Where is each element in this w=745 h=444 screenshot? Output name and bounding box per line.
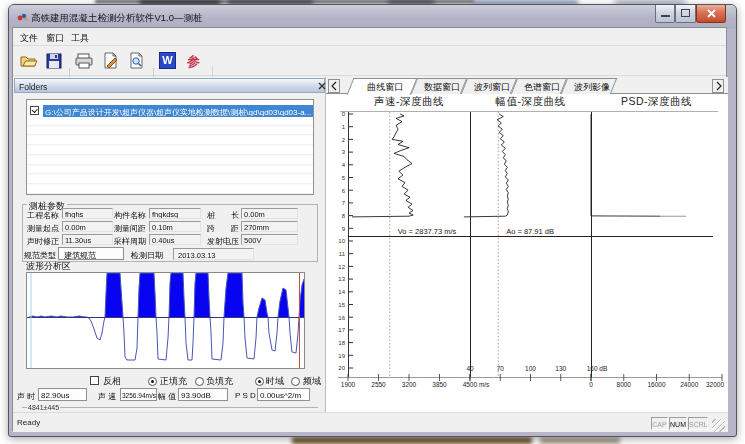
depth-tick-label: 12 bbox=[338, 264, 345, 270]
psd-field[interactable]: 0.00us^2/m bbox=[257, 388, 310, 401]
folders-close-icon[interactable] bbox=[318, 82, 326, 90]
app-window: 高铁建用混凝土检测分析软件V1.0—测桩 文件 窗口 工具 W 参 bbox=[8, 4, 737, 437]
tab-wavetrain[interactable]: 波列窗口 bbox=[461, 78, 517, 94]
status-text: Ready bbox=[17, 418, 40, 427]
depth-tick-label: 5 bbox=[342, 175, 346, 181]
waveform-plot bbox=[27, 273, 304, 368]
x-tick-label: 70 bbox=[497, 365, 505, 372]
freq-domain-radio[interactable] bbox=[291, 377, 300, 386]
x-tick-label: 130 bbox=[555, 365, 566, 372]
depth-tick-label: 10 bbox=[338, 238, 345, 244]
param-label: 构件名称 bbox=[114, 210, 146, 221]
file-listbox[interactable]: G:\公司产品设计开发\超声仪器\超声仪实地检测数据\测桩\qd\qd03\qd… bbox=[26, 99, 314, 195]
sound-speed-field[interactable]: 3256.94m/s bbox=[120, 388, 157, 401]
waveform-area-label: 波形分析区 bbox=[26, 260, 71, 272]
depth-tick-label: 13 bbox=[338, 276, 345, 282]
open-file-icon[interactable] bbox=[20, 53, 38, 69]
depth-curves-chart: 01234567891011121314151617181920声速-深度曲线1… bbox=[326, 94, 728, 412]
tab-scroll-right[interactable] bbox=[712, 79, 724, 93]
param-field[interactable]: 0.00m bbox=[241, 208, 298, 219]
param-field[interactable]: fhgkdsg bbox=[149, 208, 201, 219]
depth-tick-label: 18 bbox=[338, 340, 345, 346]
toolbar: W 参 bbox=[13, 46, 726, 76]
param-field[interactable]: 0.00m bbox=[62, 221, 113, 232]
file-item-row[interactable]: G:\公司产品设计开发\超声仪器\超声仪实地检测数据\测桩\qd\qd03\qd… bbox=[29, 105, 313, 117]
print-preview-icon[interactable] bbox=[128, 52, 145, 69]
minimize-button[interactable] bbox=[655, 5, 675, 23]
param-label: 测量间距 bbox=[114, 223, 146, 234]
close-button[interactable] bbox=[696, 5, 726, 23]
param-field[interactable]: 0.10m bbox=[149, 221, 201, 232]
depth-tick-label: 1 bbox=[342, 124, 346, 130]
param-label: 工程名称 bbox=[27, 210, 59, 221]
depth-tick-label: 9 bbox=[342, 226, 346, 232]
sound-speed-label: 声 速 bbox=[98, 391, 116, 402]
depth-tick-label: 20 bbox=[338, 365, 345, 371]
maximize-button[interactable] bbox=[675, 5, 696, 23]
invert-checkbox[interactable] bbox=[90, 376, 99, 385]
neg-fill-label: 负填充 bbox=[206, 375, 233, 387]
neg-fill-radio[interactable] bbox=[195, 377, 204, 386]
waveform-box bbox=[26, 272, 305, 369]
param-label: 采样周期 bbox=[114, 236, 146, 247]
tab-curve[interactable]: 曲线窗口 bbox=[347, 78, 418, 95]
time-domain-label: 时域 bbox=[266, 375, 284, 387]
menu-window[interactable]: 窗口 bbox=[46, 32, 64, 44]
depth-tick-label: 17 bbox=[338, 327, 345, 333]
chart-title: 声速-深度曲线 bbox=[374, 95, 444, 107]
x-tick-label: 24000 bbox=[680, 381, 698, 388]
tab-scroll-left[interactable] bbox=[328, 79, 340, 93]
tab-spectrum[interactable]: 色谱窗口 bbox=[511, 78, 567, 94]
print-icon[interactable] bbox=[75, 53, 93, 69]
chart-title: PSD-深度曲线 bbox=[621, 95, 692, 107]
tab-waveimage[interactable]: 波列影像 bbox=[561, 78, 617, 94]
param-label: 规范类型 bbox=[24, 250, 56, 261]
param-combo[interactable]: 建筑规范 bbox=[58, 247, 124, 260]
data-curve bbox=[591, 114, 660, 216]
x-tick-label: 8000 bbox=[617, 381, 632, 388]
depth-tick-label: 8 bbox=[342, 213, 346, 219]
chart-panel: 曲线窗口 数据窗口 波列窗口 色谱窗口 波列影像 012345678910111… bbox=[326, 77, 728, 412]
depth-tick-label: 11 bbox=[339, 251, 346, 257]
amplitude-field[interactable]: 93.90dB bbox=[178, 388, 228, 401]
param-label: 跨距 bbox=[207, 223, 239, 234]
title-bar: 高铁建用混凝土检测分析软件V1.0—测桩 bbox=[9, 5, 736, 29]
folders-panel-header: Folders bbox=[14, 78, 325, 93]
export-word-icon[interactable] bbox=[102, 52, 119, 69]
param-field[interactable]: 270mm bbox=[241, 221, 298, 232]
time-domain-radio[interactable] bbox=[255, 377, 264, 386]
psd-label: P S D bbox=[235, 391, 256, 400]
file-item-selected[interactable]: G:\公司产品设计开发\超声仪器\超声仪实地检测数据\测桩\qd\qd03\qd… bbox=[43, 105, 313, 117]
param-field[interactable]: 11.30us bbox=[62, 234, 113, 245]
data-curve bbox=[352, 114, 413, 217]
depth-tick-label: 2 bbox=[342, 137, 346, 143]
pos-fill-radio[interactable] bbox=[148, 377, 157, 386]
x-tick-label: 32000 bbox=[706, 381, 724, 388]
save-icon[interactable] bbox=[46, 53, 62, 69]
menu-file[interactable]: 文件 bbox=[20, 32, 38, 44]
resize-grip[interactable] bbox=[712, 419, 725, 432]
chart-annotation: Ao = 87.91 dB bbox=[506, 227, 554, 236]
x-tick-label: 40 bbox=[466, 365, 474, 372]
param-field[interactable]: fhghs bbox=[62, 208, 113, 219]
x-tick-label: 160 dB bbox=[587, 365, 608, 372]
parameter-icon[interactable]: 参 bbox=[185, 52, 202, 69]
depth-tick-label: 16 bbox=[338, 315, 345, 321]
param-field[interactable]: 0.40us bbox=[149, 234, 201, 245]
param-label: 声时修正 bbox=[27, 236, 59, 247]
status-num: NUM bbox=[669, 417, 687, 430]
depth-tick-label: 0 bbox=[342, 111, 346, 117]
sound-time-field[interactable]: 82.90us bbox=[38, 388, 87, 401]
x-tick-label: 2550 bbox=[371, 381, 386, 388]
word-report-icon[interactable]: W bbox=[159, 52, 176, 69]
bottom-group-label: 4841±445 bbox=[27, 403, 60, 411]
param-label: 测量起点 bbox=[27, 223, 59, 234]
menu-tools[interactable]: 工具 bbox=[71, 32, 89, 44]
file-item-checkbox[interactable] bbox=[30, 106, 39, 115]
tab-data[interactable]: 数据窗口 bbox=[411, 78, 467, 94]
depth-tick-label: 15 bbox=[338, 302, 345, 308]
freq-domain-label: 频域 bbox=[303, 375, 321, 387]
depth-tick-label: 3 bbox=[342, 149, 346, 155]
param-field[interactable]: 2013.03.13 bbox=[173, 248, 254, 260]
param-field[interactable]: 500V bbox=[241, 234, 298, 245]
